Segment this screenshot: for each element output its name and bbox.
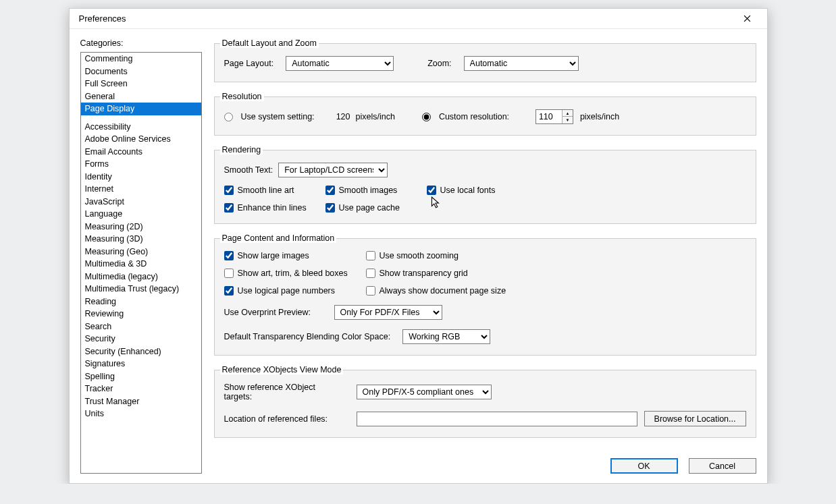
category-item[interactable]: Page Display [81, 103, 201, 115]
custom-resolution-input[interactable] [536, 110, 562, 123]
categories-label: Categories: [80, 38, 202, 48]
close-button[interactable] [735, 11, 760, 27]
category-item[interactable]: Security [81, 333, 201, 345]
group-rendering: Rendering Smooth Text: For Laptop/LCD sc… [214, 145, 756, 224]
category-item[interactable]: Adobe Online Services [81, 133, 201, 146]
category-item[interactable]: Trust Manager [81, 395, 201, 408]
zoom-select[interactable]: Automatic [464, 56, 579, 71]
category-item[interactable]: Forms [81, 158, 201, 171]
spinner-up[interactable]: ▲ [563, 110, 573, 117]
overprint-select[interactable]: Only For PDF/X Files [334, 305, 442, 320]
group-rendering-legend: Rendering [220, 145, 263, 155]
category-item[interactable]: Security (Enhanced) [81, 345, 201, 358]
category-item[interactable]: Accessibility [81, 121, 201, 134]
category-item[interactable]: Language [81, 208, 201, 221]
custom-resolution-spinner[interactable]: ▲ ▼ [535, 109, 573, 124]
check-smooth-line-art[interactable]: Smooth line art [224, 186, 325, 195]
radio-custom-resolution[interactable]: Custom resolution: [422, 112, 523, 121]
category-item[interactable]: Full Screen [81, 78, 201, 90]
cancel-button[interactable]: Cancel [689, 458, 756, 474]
xobject-location-field[interactable] [357, 412, 637, 426]
check-always-show-page-size[interactable]: Always show document page size [366, 286, 535, 296]
group-page-content-legend: Page Content and Information [220, 233, 337, 243]
window-title: Preferences [79, 13, 735, 24]
category-item[interactable]: Documents [81, 65, 201, 78]
category-item[interactable]: Email Accounts [81, 146, 201, 159]
spinner-down[interactable]: ▼ [563, 117, 573, 123]
check-show-art-trim-bleed[interactable]: Show art, trim, & bleed boxes [224, 269, 366, 278]
category-item[interactable]: Internet [81, 183, 201, 196]
preferences-dialog: Preferences Categories: CommentingDocume… [69, 8, 768, 484]
category-item[interactable]: JavaScript [81, 196, 201, 208]
ok-button[interactable]: OK [610, 458, 678, 474]
xobject-location-label: Location of referenced files: [224, 414, 344, 424]
check-use-local-fonts[interactable]: Use local fonts [427, 186, 535, 195]
check-show-transparency-grid[interactable]: Show transparency grid [366, 269, 535, 278]
category-item[interactable]: Signatures [81, 358, 201, 370]
group-layout: Default Layout and Zoom Page Layout: Aut… [214, 38, 756, 82]
smooth-text-label: Smooth Text: [224, 165, 273, 175]
group-xobjects: Reference XObjects View Mode Show refere… [214, 365, 756, 438]
check-use-smooth-zooming[interactable]: Use smooth zooming [366, 251, 535, 260]
smooth-text-select[interactable]: For Laptop/LCD screens [278, 163, 388, 177]
category-item[interactable]: Tracker [81, 383, 201, 395]
check-use-logical-page-numbers[interactable]: Use logical page numbers [224, 286, 366, 296]
category-item[interactable]: Units [81, 408, 201, 420]
zoom-label: Zoom: [427, 59, 451, 68]
category-item[interactable]: Reading [81, 296, 201, 308]
close-icon [743, 15, 751, 22]
blending-select[interactable]: Working RGB [402, 329, 490, 344]
check-use-page-cache[interactable]: Use page cache [325, 203, 427, 213]
titlebar: Preferences [70, 9, 767, 29]
category-item[interactable]: Measuring (3D) [81, 233, 201, 246]
group-resolution: Resolution Use system setting: 120 pixel… [214, 92, 756, 136]
group-layout-legend: Default Layout and Zoom [220, 38, 319, 48]
category-item[interactable]: General [81, 90, 201, 103]
radio-system-setting[interactable]: Use system setting: [224, 112, 325, 121]
categories-list[interactable]: CommentingDocumentsFull ScreenGeneralPag… [80, 52, 202, 474]
blending-label: Default Transparency Blending Color Spac… [224, 332, 391, 341]
category-item[interactable]: Multimedia & 3D [81, 258, 201, 271]
category-item[interactable]: Reviewing [81, 308, 201, 320]
category-item[interactable]: Multimedia Trust (legacy) [81, 283, 201, 296]
system-dpi-unit: pixels/inch [356, 112, 395, 121]
group-page-content: Page Content and Information Show large … [214, 233, 756, 356]
overprint-label: Use Overprint Preview: [224, 308, 322, 317]
category-item[interactable]: Commenting [81, 53, 201, 65]
browse-location-button[interactable]: Browse for Location... [644, 411, 746, 426]
category-item[interactable]: Measuring (2D) [81, 221, 201, 233]
category-item[interactable]: Spelling [81, 370, 201, 383]
category-item[interactable]: Search [81, 320, 201, 333]
system-dpi-value: 120 [325, 112, 356, 121]
xobject-show-select[interactable]: Only PDF/X-5 compliant ones [357, 385, 492, 399]
group-resolution-legend: Resolution [220, 92, 264, 101]
page-layout-label: Page Layout: [224, 59, 274, 68]
category-item[interactable]: Measuring (Geo) [81, 246, 201, 258]
category-item[interactable]: Multimedia (legacy) [81, 271, 201, 283]
check-show-large-images[interactable]: Show large images [224, 251, 366, 260]
group-xobjects-legend: Reference XObjects View Mode [220, 365, 344, 374]
xobject-show-label: Show reference XObject targets: [224, 383, 344, 401]
category-separator [81, 115, 201, 121]
check-smooth-images[interactable]: Smooth images [325, 186, 427, 195]
category-item[interactable]: Identity [81, 171, 201, 184]
check-enhance-thin-lines[interactable]: Enhance thin lines [224, 203, 325, 213]
custom-dpi-unit: pixels/inch [580, 112, 619, 121]
page-layout-select[interactable]: Automatic [286, 56, 394, 71]
